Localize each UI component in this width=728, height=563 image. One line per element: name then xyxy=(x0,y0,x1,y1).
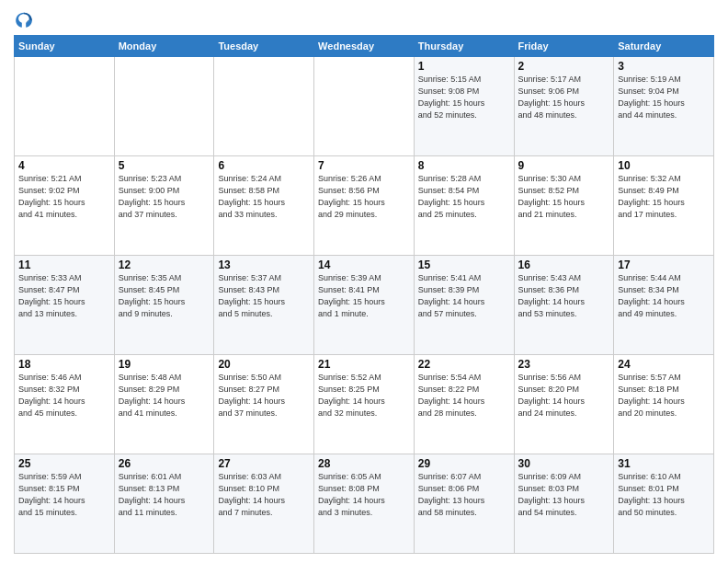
day-info: Sunrise: 6:07 AM Sunset: 8:06 PM Dayligh… xyxy=(418,471,510,519)
logo-icon xyxy=(14,9,34,29)
day-info: Sunrise: 6:10 AM Sunset: 8:01 PM Dayligh… xyxy=(618,471,710,519)
day-cell-14: 14Sunrise: 5:39 AM Sunset: 8:41 PM Dayli… xyxy=(314,256,415,355)
day-info: Sunrise: 5:57 AM Sunset: 8:18 PM Dayligh… xyxy=(618,372,710,419)
week-row-1: 1Sunrise: 5:15 AM Sunset: 9:08 PM Daylig… xyxy=(15,57,714,156)
day-info: Sunrise: 5:23 AM Sunset: 9:00 PM Dayligh… xyxy=(119,173,210,221)
day-cell-9: 9Sunrise: 5:30 AM Sunset: 8:52 PM Daylig… xyxy=(514,156,614,256)
day-number: 22 xyxy=(418,358,510,371)
day-cell-17: 17Sunrise: 5:44 AM Sunset: 8:34 PM Dayli… xyxy=(614,256,714,355)
weekday-header-saturday: Saturday xyxy=(614,36,714,57)
day-info: Sunrise: 5:43 AM Sunset: 8:36 PM Dayligh… xyxy=(518,272,610,320)
day-cell-5: 5Sunrise: 5:23 AM Sunset: 9:00 PM Daylig… xyxy=(114,156,214,256)
day-number: 8 xyxy=(418,159,510,172)
day-info: Sunrise: 5:56 AM Sunset: 8:20 PM Dayligh… xyxy=(518,372,610,419)
day-cell-29: 29Sunrise: 6:07 AM Sunset: 8:06 PM Dayli… xyxy=(414,454,514,554)
header xyxy=(14,9,714,29)
week-row-2: 4Sunrise: 5:21 AM Sunset: 9:02 PM Daylig… xyxy=(15,156,714,256)
day-number: 4 xyxy=(18,159,110,172)
day-cell-20: 20Sunrise: 5:50 AM Sunset: 8:27 PM Dayli… xyxy=(214,355,314,454)
day-info: Sunrise: 5:50 AM Sunset: 8:27 PM Dayligh… xyxy=(218,372,310,419)
day-cell-23: 23Sunrise: 5:56 AM Sunset: 8:20 PM Dayli… xyxy=(514,355,614,454)
day-cell-18: 18Sunrise: 5:46 AM Sunset: 8:32 PM Dayli… xyxy=(15,355,115,454)
day-cell-21: 21Sunrise: 5:52 AM Sunset: 8:25 PM Dayli… xyxy=(314,355,415,454)
day-info: Sunrise: 5:24 AM Sunset: 8:58 PM Dayligh… xyxy=(218,173,310,221)
weekday-header-friday: Friday xyxy=(514,36,614,57)
day-info: Sunrise: 5:28 AM Sunset: 8:54 PM Dayligh… xyxy=(418,173,510,221)
day-info: Sunrise: 5:19 AM Sunset: 9:04 PM Dayligh… xyxy=(618,74,710,121)
day-number: 29 xyxy=(418,457,510,470)
day-cell-10: 10Sunrise: 5:32 AM Sunset: 8:49 PM Dayli… xyxy=(614,156,714,256)
day-number: 18 xyxy=(18,358,110,371)
day-info: Sunrise: 5:39 AM Sunset: 8:41 PM Dayligh… xyxy=(318,272,410,320)
day-number: 16 xyxy=(518,259,610,271)
day-cell-11: 11Sunrise: 5:33 AM Sunset: 8:47 PM Dayli… xyxy=(15,256,115,355)
day-number: 24 xyxy=(618,358,710,371)
day-cell-3: 3Sunrise: 5:19 AM Sunset: 9:04 PM Daylig… xyxy=(614,57,714,156)
day-number: 28 xyxy=(318,457,410,470)
day-cell-26: 26Sunrise: 6:01 AM Sunset: 8:13 PM Dayli… xyxy=(114,454,214,554)
empty-cell xyxy=(114,57,214,156)
day-info: Sunrise: 5:15 AM Sunset: 9:08 PM Dayligh… xyxy=(418,74,510,121)
day-number: 11 xyxy=(18,259,110,271)
day-number: 21 xyxy=(318,358,410,371)
day-cell-22: 22Sunrise: 5:54 AM Sunset: 8:22 PM Dayli… xyxy=(414,355,514,454)
day-number: 10 xyxy=(618,159,710,172)
day-cell-4: 4Sunrise: 5:21 AM Sunset: 9:02 PM Daylig… xyxy=(15,156,115,256)
day-number: 3 xyxy=(618,60,710,73)
day-number: 12 xyxy=(119,259,210,271)
day-cell-12: 12Sunrise: 5:35 AM Sunset: 8:45 PM Dayli… xyxy=(114,256,214,355)
day-number: 7 xyxy=(318,159,410,172)
day-info: Sunrise: 5:37 AM Sunset: 8:43 PM Dayligh… xyxy=(218,272,310,320)
day-number: 31 xyxy=(618,457,710,470)
day-info: Sunrise: 6:05 AM Sunset: 8:08 PM Dayligh… xyxy=(318,471,410,519)
weekday-header-wednesday: Wednesday xyxy=(314,36,415,57)
day-cell-28: 28Sunrise: 6:05 AM Sunset: 8:08 PM Dayli… xyxy=(314,454,415,554)
day-info: Sunrise: 5:17 AM Sunset: 9:06 PM Dayligh… xyxy=(518,74,610,121)
day-info: Sunrise: 5:21 AM Sunset: 9:02 PM Dayligh… xyxy=(18,173,110,221)
day-info: Sunrise: 5:33 AM Sunset: 8:47 PM Dayligh… xyxy=(18,272,110,320)
day-number: 26 xyxy=(119,457,210,470)
day-number: 13 xyxy=(218,259,310,271)
day-cell-2: 2Sunrise: 5:17 AM Sunset: 9:06 PM Daylig… xyxy=(514,57,614,156)
day-cell-30: 30Sunrise: 6:09 AM Sunset: 8:03 PM Dayli… xyxy=(514,454,614,554)
day-cell-6: 6Sunrise: 5:24 AM Sunset: 8:58 PM Daylig… xyxy=(214,156,314,256)
day-info: Sunrise: 5:46 AM Sunset: 8:32 PM Dayligh… xyxy=(18,372,110,419)
day-number: 1 xyxy=(418,60,510,73)
day-cell-24: 24Sunrise: 5:57 AM Sunset: 8:18 PM Dayli… xyxy=(614,355,714,454)
day-number: 23 xyxy=(518,358,610,371)
day-number: 9 xyxy=(518,159,610,172)
empty-cell xyxy=(214,57,314,156)
week-row-4: 18Sunrise: 5:46 AM Sunset: 8:32 PM Dayli… xyxy=(15,355,714,454)
weekday-header-monday: Monday xyxy=(114,36,214,57)
day-cell-16: 16Sunrise: 5:43 AM Sunset: 8:36 PM Dayli… xyxy=(514,256,614,355)
day-info: Sunrise: 6:01 AM Sunset: 8:13 PM Dayligh… xyxy=(119,471,210,519)
day-cell-1: 1Sunrise: 5:15 AM Sunset: 9:08 PM Daylig… xyxy=(414,57,514,156)
week-row-3: 11Sunrise: 5:33 AM Sunset: 8:47 PM Dayli… xyxy=(15,256,714,355)
day-number: 15 xyxy=(418,259,510,271)
day-info: Sunrise: 5:32 AM Sunset: 8:49 PM Dayligh… xyxy=(618,173,710,221)
day-info: Sunrise: 5:35 AM Sunset: 8:45 PM Dayligh… xyxy=(119,272,210,320)
logo xyxy=(14,9,38,29)
day-number: 25 xyxy=(18,457,110,470)
day-info: Sunrise: 5:26 AM Sunset: 8:56 PM Dayligh… xyxy=(318,173,410,221)
day-number: 27 xyxy=(218,457,310,470)
day-number: 14 xyxy=(318,259,410,271)
day-info: Sunrise: 5:44 AM Sunset: 8:34 PM Dayligh… xyxy=(618,272,710,320)
day-info: Sunrise: 5:59 AM Sunset: 8:15 PM Dayligh… xyxy=(18,471,110,519)
day-number: 2 xyxy=(518,60,610,73)
weekday-header-row: SundayMondayTuesdayWednesdayThursdayFrid… xyxy=(15,36,714,57)
day-info: Sunrise: 5:48 AM Sunset: 8:29 PM Dayligh… xyxy=(119,372,210,419)
day-number: 17 xyxy=(618,259,710,271)
day-cell-7: 7Sunrise: 5:26 AM Sunset: 8:56 PM Daylig… xyxy=(314,156,415,256)
day-number: 5 xyxy=(119,159,210,172)
day-info: Sunrise: 5:30 AM Sunset: 8:52 PM Dayligh… xyxy=(518,173,610,221)
empty-cell xyxy=(314,57,415,156)
calendar-table: SundayMondayTuesdayWednesdayThursdayFrid… xyxy=(14,35,714,554)
day-info: Sunrise: 5:54 AM Sunset: 8:22 PM Dayligh… xyxy=(418,372,510,419)
weekday-header-tuesday: Tuesday xyxy=(214,36,314,57)
day-number: 30 xyxy=(518,457,610,470)
day-cell-19: 19Sunrise: 5:48 AM Sunset: 8:29 PM Dayli… xyxy=(114,355,214,454)
day-number: 6 xyxy=(218,159,310,172)
day-info: Sunrise: 6:09 AM Sunset: 8:03 PM Dayligh… xyxy=(518,471,610,519)
day-cell-13: 13Sunrise: 5:37 AM Sunset: 8:43 PM Dayli… xyxy=(214,256,314,355)
